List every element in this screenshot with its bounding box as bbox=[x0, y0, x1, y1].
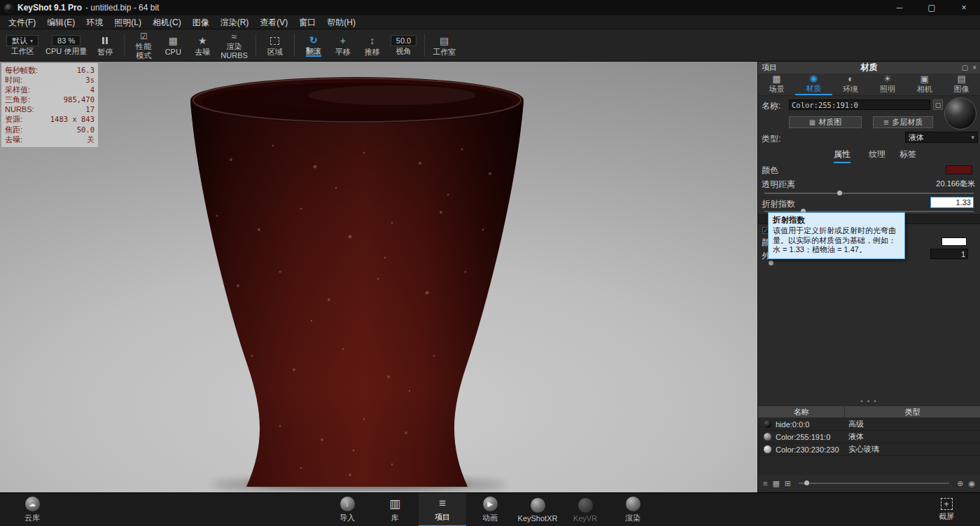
cloud-library-button[interactable]: ☁ 云库 bbox=[8, 493, 56, 526]
tumble-icon: ↻ bbox=[309, 34, 318, 46]
tab-image[interactable]: ▤ 图像 bbox=[943, 74, 980, 95]
render-nurbs-label-1: 渲染 bbox=[227, 42, 242, 50]
subtab-textures[interactable]: 纹理 bbox=[869, 148, 886, 162]
project-button[interactable]: ≡ 项目 bbox=[419, 493, 466, 526]
panel-float-icon[interactable]: ▢ bbox=[962, 64, 968, 71]
fov-value: 50.0 bbox=[396, 36, 411, 46]
cpu-usage-label: CPU 使用量 bbox=[46, 47, 87, 55]
keyshotxr-button[interactable]: KeyShotXR bbox=[514, 493, 561, 526]
project-icon: ≡ bbox=[439, 496, 446, 511]
column-type[interactable]: 类型 bbox=[845, 406, 980, 417]
performance-mode-button[interactable]: ☑ 性能 模式 bbox=[129, 31, 158, 60]
cpu-button[interactable]: ▦ CPU bbox=[158, 31, 188, 60]
name-detach-icon[interactable]: ▢ bbox=[933, 99, 943, 110]
menu-window[interactable]: 窗口 bbox=[293, 15, 321, 29]
library-button[interactable]: ▥ 库 bbox=[371, 493, 419, 526]
sphere-view-icon[interactable]: ◉ bbox=[968, 479, 975, 488]
outside-color-swatch[interactable] bbox=[941, 237, 967, 246]
transparency-label: 透明距离 bbox=[762, 179, 795, 191]
color-label: 颜色 bbox=[762, 165, 778, 177]
menu-view[interactable]: 查看(V) bbox=[254, 15, 293, 29]
subtab-labels[interactable]: 标签 bbox=[899, 148, 916, 162]
transparency-value[interactable]: 20.166毫米 bbox=[936, 179, 975, 189]
column-name[interactable]: 名称 bbox=[758, 406, 845, 417]
pause-button[interactable]: 暂停 bbox=[90, 31, 120, 60]
subtab-properties[interactable]: 属性 bbox=[834, 148, 850, 163]
material-preview-sphere[interactable] bbox=[944, 97, 976, 130]
pan-icon: + bbox=[340, 35, 346, 47]
material-graph-button[interactable]: ▦ 材质图 bbox=[789, 116, 862, 128]
stat-nurbs: NURBS:17 bbox=[5, 104, 94, 114]
tab-scene[interactable]: ▦ 场景 bbox=[758, 74, 795, 95]
outside-value-input[interactable] bbox=[930, 249, 968, 259]
thumbnail-size-handle[interactable] bbox=[804, 480, 809, 485]
slider-handle[interactable] bbox=[769, 261, 774, 265]
project-tabs: ▦ 场景 ◉ 材质 ◐ 环境 ☀ 照明 ▣ 相机 bbox=[758, 74, 980, 96]
keyvr-icon bbox=[578, 498, 593, 513]
multi-layer-material-button[interactable]: ≣ 多层材质 bbox=[873, 116, 933, 128]
title-bar: KeyShot 9.1 Pro - untitled.bip - 64 bit … bbox=[0, 0, 980, 15]
menu-image[interactable]: 图像 bbox=[187, 15, 215, 29]
menu-environment[interactable]: 环境 bbox=[80, 15, 108, 29]
tab-material[interactable]: ◉ 材质 bbox=[795, 74, 832, 95]
render-button[interactable]: 渲染 bbox=[609, 493, 657, 526]
ior-label: 折射指数 bbox=[762, 198, 795, 210]
thumbnail-size-slider[interactable] bbox=[799, 483, 949, 484]
transparency-slider-handle[interactable] bbox=[837, 191, 842, 195]
material-row[interactable]: hide:0:0:0 高级 bbox=[758, 418, 980, 431]
tab-lighting[interactable]: ☀ 照明 bbox=[869, 74, 906, 95]
tab-camera[interactable]: ▣ 相机 bbox=[906, 74, 943, 95]
transparency-slider[interactable] bbox=[764, 193, 974, 194]
region-button[interactable]: 区域 bbox=[260, 31, 290, 60]
zoom-in-icon[interactable]: ⊕ bbox=[957, 479, 963, 488]
render-stats-overlay: 每秒帧数:16.3 时间:3s 采样值:4 三角形:985,470 NURBS:… bbox=[1, 63, 98, 147]
tree-view-icon[interactable]: ⊞ bbox=[785, 479, 791, 488]
material-name-input[interactable] bbox=[789, 99, 930, 110]
maximize-icon[interactable]: ▢ bbox=[916, 0, 948, 15]
animation-button[interactable]: ▶ 动画 bbox=[466, 493, 514, 526]
menu-help[interactable]: 帮助(H) bbox=[321, 15, 361, 29]
studio-icon: ▤ bbox=[440, 35, 449, 47]
panel-close-icon[interactable]: × bbox=[972, 64, 976, 71]
tumble-button[interactable]: ↻ 翻滚 bbox=[299, 31, 328, 60]
render-nurbs-button[interactable]: ≈ 渲染 NURBS bbox=[217, 31, 251, 60]
material-type-dropdown[interactable]: 液体 ▾ bbox=[905, 132, 978, 143]
ribbon-center: ↓ 导入 ▥ 库 ≡ 项目 ▶ 动画 KeyShotXR KeyVR bbox=[323, 493, 657, 526]
realtime-viewport[interactable]: 每秒帧数:16.3 时间:3s 采样值:4 三角形:985,470 NURBS:… bbox=[0, 62, 757, 492]
material-row[interactable]: Color:255:191:0 液体 bbox=[758, 431, 980, 443]
dolly-button[interactable]: ↕ 推移 bbox=[358, 31, 387, 60]
import-icon: ↓ bbox=[346, 500, 349, 508]
tumble-label: 翻滚 bbox=[306, 47, 321, 57]
material-graph-icon: ▦ bbox=[809, 118, 816, 126]
studio-button[interactable]: ▤ 工作室 bbox=[429, 31, 459, 60]
pan-button[interactable]: + 平移 bbox=[328, 31, 358, 60]
keyvr-button[interactable]: KeyVR bbox=[561, 493, 609, 526]
color-swatch[interactable] bbox=[946, 165, 972, 174]
denoise-button[interactable]: ★ 去噪 bbox=[188, 31, 217, 60]
cpu-usage-control[interactable]: 83 % CPU 使用量 bbox=[42, 31, 90, 60]
workspace-selector[interactable]: 默认 ▾ 工作区 bbox=[3, 31, 42, 60]
list-view-icon[interactable]: ≡ bbox=[763, 479, 767, 487]
tab-environment[interactable]: ◐ 环境 bbox=[832, 74, 869, 95]
project-panel-header[interactable]: 项目 材质 ▢ × bbox=[758, 62, 980, 74]
fov-label: 视角 bbox=[396, 47, 412, 55]
material-icon: ◉ bbox=[810, 74, 818, 83]
toolbar-separator bbox=[255, 34, 256, 57]
performance-mode-icon: ☑ bbox=[140, 31, 148, 41]
menu-camera[interactable]: 相机(C) bbox=[147, 15, 187, 29]
splitter-handle[interactable]: • • • bbox=[758, 398, 980, 405]
minimize-icon[interactable]: ─ bbox=[883, 0, 916, 15]
material-row[interactable]: Color:230:230:230 实心玻璃 bbox=[758, 443, 980, 456]
menu-edit[interactable]: 编辑(E) bbox=[41, 15, 80, 29]
close-icon[interactable]: × bbox=[948, 0, 980, 15]
ior-tooltip: 折射指数 该值用于定义折射或反射时的光弯曲量。以实际的材质值为基础，例如：水 =… bbox=[768, 212, 905, 259]
screenshot-button[interactable]: + 截屏 bbox=[923, 493, 970, 526]
menu-render[interactable]: 渲染(R) bbox=[215, 15, 255, 29]
fov-control[interactable]: 50.0 视角 bbox=[387, 31, 420, 60]
ior-input[interactable] bbox=[930, 197, 974, 208]
chevron-down-icon: ▾ bbox=[30, 36, 33, 46]
grid-view-icon[interactable]: ▦ bbox=[772, 479, 779, 488]
menu-lighting[interactable]: 照明(L) bbox=[108, 15, 147, 29]
import-button[interactable]: ↓ 导入 bbox=[323, 493, 371, 526]
menu-file[interactable]: 文件(F) bbox=[3, 15, 41, 29]
